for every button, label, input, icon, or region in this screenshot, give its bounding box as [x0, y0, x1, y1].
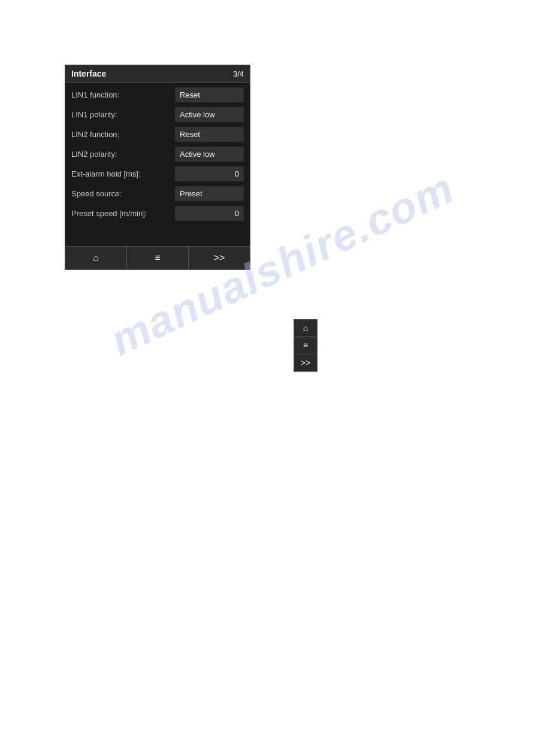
- panel-title: Interface: [71, 69, 106, 78]
- lin2-polarity-label: LIN2 polarity:: [71, 150, 175, 159]
- lin2-function-value[interactable]: Reset: [175, 127, 244, 142]
- panel-header: Interface 3/4: [65, 65, 250, 83]
- mini-home-button[interactable]: ⌂: [294, 320, 317, 337]
- lin1-polarity-value[interactable]: Active low: [175, 107, 244, 122]
- mini-panel: ⌂ ≡ >>: [294, 319, 318, 372]
- lin2-function-label: LIN2 function:: [71, 130, 175, 139]
- panel-toolbar: ⌂ ≡ >>: [65, 246, 250, 269]
- mini-next-button[interactable]: >>: [294, 354, 317, 371]
- panel-body: LIN1 function: Reset LIN1 polarity: Acti…: [65, 83, 250, 246]
- mini-menu-button[interactable]: ≡: [294, 337, 317, 354]
- lin1-function-row: LIN1 function: Reset: [71, 87, 244, 102]
- lin2-function-row: LIN2 function: Reset: [71, 127, 244, 142]
- preset-speed-value[interactable]: 0: [175, 206, 244, 221]
- ext-alarm-hold-value[interactable]: 0: [175, 166, 244, 181]
- menu-button[interactable]: ≡: [127, 247, 189, 269]
- ext-alarm-hold-row: Ext-alarm hold [ms]: 0: [71, 166, 244, 181]
- lin2-polarity-row: LIN2 polarity: Active low: [71, 147, 244, 162]
- speed-source-value[interactable]: Preset: [175, 186, 244, 201]
- lin2-polarity-value[interactable]: Active low: [175, 147, 244, 162]
- lin1-function-label: LIN1 function:: [71, 90, 175, 99]
- speed-source-row: Speed source: Preset: [71, 186, 244, 201]
- ext-alarm-hold-label: Ext-alarm hold [ms]:: [71, 169, 175, 178]
- speed-source-label: Speed source:: [71, 189, 175, 198]
- lin1-polarity-label: LIN1 polarity:: [71, 110, 175, 119]
- interface-panel: Interface 3/4 LIN1 function: Reset LIN1 …: [65, 65, 250, 270]
- lin1-function-value[interactable]: Reset: [175, 87, 244, 102]
- lin1-polarity-row: LIN1 polarity: Active low: [71, 107, 244, 122]
- next-button[interactable]: >>: [189, 247, 250, 269]
- preset-speed-row: Preset speed [m/min]: 0: [71, 206, 244, 221]
- preset-speed-label: Preset speed [m/min]:: [71, 209, 175, 218]
- panel-page: 3/4: [233, 69, 244, 78]
- home-button[interactable]: ⌂: [65, 247, 127, 269]
